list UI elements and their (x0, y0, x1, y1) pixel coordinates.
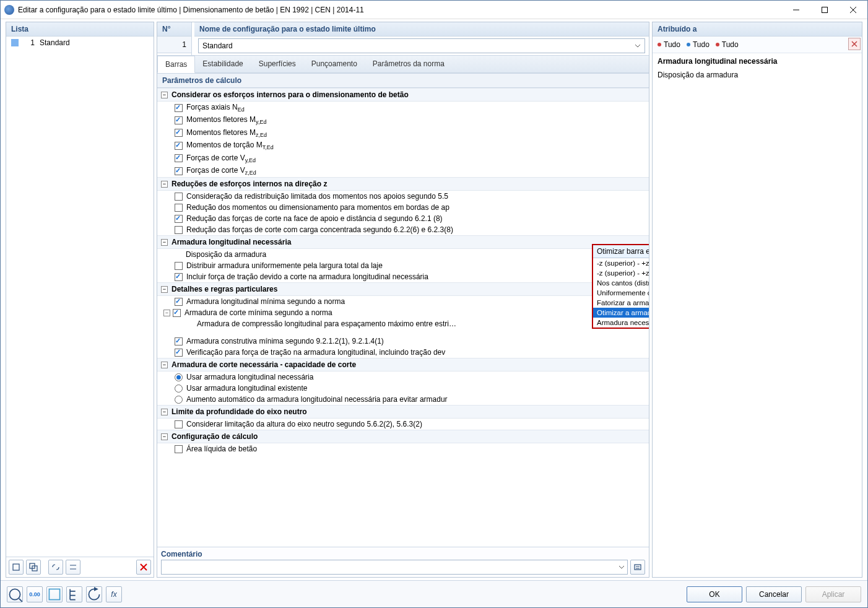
footer-units-button[interactable]: 0.00 (27, 586, 43, 602)
assign-row: Tudo Tudo Tudo (653, 37, 862, 53)
checkbox[interactable] (175, 337, 183, 345)
close-button[interactable] (839, 1, 867, 19)
tree-row[interactable]: Verificação para força de tração na arma… (157, 347, 649, 358)
copy-button[interactable] (26, 560, 41, 575)
delete-button[interactable] (136, 560, 151, 575)
checkbox[interactable] (175, 116, 183, 124)
group-header[interactable]: −Armadura longitudinal necessária (157, 235, 649, 249)
tree-row[interactable]: Armadura de compressão longitudinal para… (157, 318, 649, 329)
dropdown-option[interactable]: Fatorizar a armadura existente (593, 298, 649, 308)
group-header[interactable]: −Configuração de cálculo (157, 430, 649, 443)
checkbox[interactable] (175, 215, 183, 223)
tree-row[interactable]: Consideração da redistribuição limitada … (157, 191, 649, 202)
info-subtitle: Disposição da armadura (658, 71, 857, 79)
apply-button[interactable]: Aplicar (805, 586, 861, 602)
tree-row[interactable]: Redução das forças de corte com carga co… (157, 224, 649, 235)
dropdown-option[interactable]: -z (superior) - +z (inferior) (distribui… (593, 268, 649, 278)
checkbox[interactable] (175, 298, 183, 306)
footer-tree-button[interactable] (66, 586, 82, 602)
row-label: Armadura longitudinal mínima segundo a n… (186, 297, 645, 306)
name-select-value: Standard (202, 41, 635, 50)
dropdown-option[interactable]: Nos cantos (distribuição simétrica) (593, 278, 649, 288)
tab-parametros[interactable]: Parâmetros da norma (365, 56, 453, 72)
footer-help-button[interactable] (7, 586, 23, 602)
tree-row[interactable]: Forças de corte Vy,Ed (157, 152, 649, 165)
checkbox[interactable] (175, 226, 183, 234)
tree-row[interactable]: Aumento automático da armadura longitudo… (157, 394, 649, 405)
tree-row[interactable]: Usar armadura longitudinal existente (157, 383, 649, 394)
list-item[interactable]: 1 Standard (6, 37, 154, 49)
group-header[interactable]: −Armadura de corte necessária - capacida… (157, 358, 649, 371)
armadura-dropdown[interactable]: Otimizar barra existente -z (superior) -… (592, 244, 649, 329)
checkbox[interactable] (175, 104, 183, 112)
tree-row[interactable]: Armadura construtiva mínima segundo 9.2.… (157, 336, 649, 347)
row-label: Redução dos momentos ou dimensionamento … (186, 203, 645, 212)
dropdown-option[interactable]: Armadura necessária (593, 318, 649, 328)
collapse-icon: − (161, 92, 168, 98)
tree-row[interactable]: −Armadura de corte mínima segundo a norm… (157, 307, 649, 318)
dropdown-selected[interactable]: Otimizar barra existente (593, 245, 649, 258)
assign-item[interactable]: Tudo (658, 40, 680, 49)
dropdown-option[interactable]: -z (superior) - +z (inferior) (distribui… (593, 258, 649, 268)
checkbox[interactable] (175, 142, 183, 150)
tree-row[interactable]: Área líquida de betão (157, 443, 649, 454)
tree-row[interactable]: Armadura longitudinal mínima segundo a n… (157, 296, 649, 307)
footer-fx-button[interactable]: fx (106, 586, 122, 602)
tree-row[interactable]: Forças de corte Vz,Ed (157, 165, 649, 177)
assign-item[interactable]: Tudo (687, 40, 710, 49)
tree-row[interactable]: Disposição da armadura (157, 249, 649, 260)
dropdown-option[interactable]: Uniformemente circundante (593, 288, 649, 298)
center-panel: N° 1 Nome de configuração para o estado … (157, 22, 649, 578)
tab-barras[interactable]: Barras (157, 56, 195, 73)
tree-row[interactable]: Momentos fletores My,Ed (157, 114, 649, 126)
checkbox[interactable] (173, 309, 181, 317)
maximize-button[interactable] (810, 1, 839, 19)
tree-row[interactable]: Usar armadura longitudinal necessária (157, 371, 649, 383)
tab-estabilidade[interactable]: Estabilidade (195, 56, 251, 72)
cancel-button[interactable]: Cancelar (746, 586, 802, 602)
checkbox[interactable] (175, 154, 183, 162)
group-header[interactable]: −Considerar os esforços internos para o … (157, 88, 649, 102)
link2-button[interactable] (66, 560, 80, 575)
footer-reset-button[interactable] (86, 586, 102, 602)
tree-row[interactable]: Redução das forças de corte na face de a… (157, 213, 649, 224)
checkbox[interactable] (175, 273, 183, 281)
tree-row[interactable]: Momentos fletores Mz,Ed (157, 127, 649, 139)
tree-row[interactable]: Redução dos momentos ou dimensionamento … (157, 202, 649, 213)
checkbox[interactable] (175, 445, 183, 453)
checkbox[interactable] (175, 167, 183, 175)
footer-color-button[interactable] (46, 586, 63, 602)
parameter-tree[interactable]: −Considerar os esforços internos para o … (157, 88, 649, 547)
new-button[interactable] (9, 560, 24, 575)
checkbox[interactable] (175, 129, 183, 137)
name-select[interactable]: Standard (198, 38, 645, 53)
minimize-button[interactable] (782, 1, 810, 19)
group-header[interactable]: −Reduções de esforços internos na direçã… (157, 177, 649, 191)
tree-row[interactable]: Considerar limitação da altura do eixo n… (157, 419, 649, 430)
checkbox[interactable] (175, 204, 183, 212)
assign-item[interactable]: Tudo (716, 40, 739, 49)
dropdown-option[interactable]: Otimizar a armadura existente (593, 308, 649, 318)
radio[interactable] (175, 373, 183, 381)
radio[interactable] (175, 384, 183, 393)
checkbox[interactable] (175, 262, 183, 270)
tree-row[interactable]: Incluir força de tração devido a corte n… (157, 271, 649, 282)
tree-row[interactable]: Momentos de torção MT,Ed (157, 139, 649, 152)
checkbox[interactable] (175, 349, 183, 357)
tree-row[interactable]: Distribuir armadura uniformemente pela l… (157, 260, 649, 271)
tab-puncoamento[interactable]: Punçoamento (304, 56, 365, 72)
group-header[interactable]: −Limite da profundidade do eixo neutro (157, 405, 649, 419)
tree-row[interactable]: Forças axiais NEd (157, 102, 649, 114)
comment-input[interactable] (161, 560, 628, 575)
radio[interactable] (175, 396, 183, 404)
assign-clear-button[interactable] (848, 38, 861, 50)
link-button[interactable] (48, 560, 63, 575)
checkbox[interactable] (175, 420, 183, 428)
config-list[interactable]: 1 Standard (6, 37, 154, 557)
group-header[interactable]: −Detalhes e regras particulares (157, 282, 649, 296)
comment-browse-button[interactable] (630, 560, 645, 575)
svg-point-5 (9, 589, 20, 599)
tab-superficies[interactable]: Superfícies (251, 56, 304, 72)
checkbox[interactable] (175, 193, 183, 201)
ok-button[interactable]: OK (687, 586, 742, 602)
